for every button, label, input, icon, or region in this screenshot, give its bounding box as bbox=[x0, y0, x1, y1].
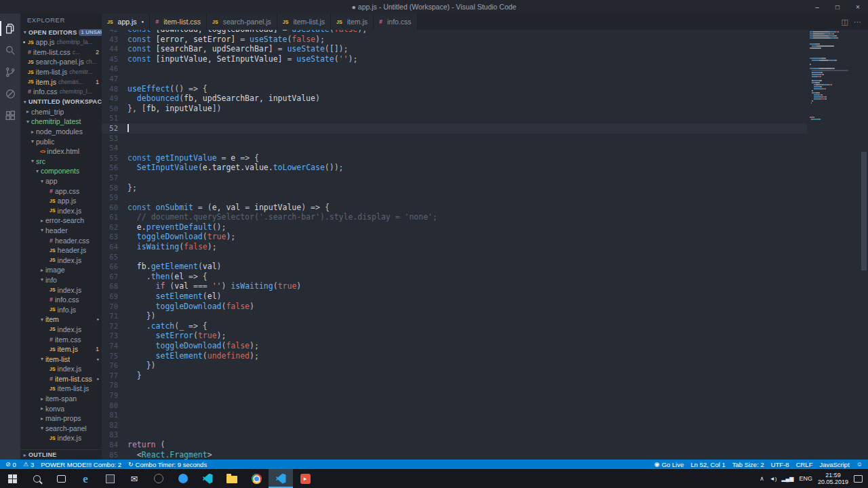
tree-folder[interactable]: ▸node_modules bbox=[20, 127, 102, 137]
tree-folder[interactable]: ▾item● bbox=[20, 314, 102, 325]
code-line[interactable]: 81 bbox=[102, 410, 807, 420]
tree-folder[interactable]: ▸error-search bbox=[20, 216, 102, 226]
tree-folder[interactable]: ▾app bbox=[20, 176, 102, 186]
minimap[interactable] bbox=[807, 30, 860, 460]
tab-search-panel.js[interactable]: JSsearch-panel.js bbox=[207, 14, 277, 30]
split-editor-icon[interactable]: ◫ bbox=[842, 18, 848, 26]
code-line[interactable]: 53 bbox=[102, 134, 807, 144]
code-line[interactable]: 58}; bbox=[102, 183, 807, 193]
code-line[interactable]: 64 isWaiting(false); bbox=[102, 242, 807, 252]
tree-folder[interactable]: ▾chemitrip_latest bbox=[20, 117, 102, 127]
code-line[interactable]: 83 bbox=[102, 430, 807, 440]
taskbar-file-explorer-button[interactable] bbox=[220, 469, 244, 488]
taskbar-mail-button[interactable]: ✉ bbox=[122, 469, 146, 488]
tree-file[interactable]: JSapp.js bbox=[20, 196, 102, 206]
status-problems-errors[interactable]: ⊘0 bbox=[5, 461, 16, 468]
tree-file[interactable]: #app.css bbox=[20, 186, 102, 196]
status-cursor-position[interactable]: Ln 52, Col 1 bbox=[690, 461, 725, 468]
language-indicator[interactable]: ENG bbox=[799, 475, 812, 482]
taskbar-code-insiders-button[interactable] bbox=[195, 469, 220, 488]
tree-folder[interactable]: ▸chemi_trip bbox=[20, 107, 102, 117]
tree-file[interactable]: #info.css bbox=[20, 295, 102, 305]
restore-button[interactable]: □ bbox=[827, 0, 848, 14]
open-editors-header[interactable]: ▾ OPEN EDITORS 1 UNSAVED bbox=[20, 27, 102, 37]
code-line[interactable]: 63 toggleDownload(true); bbox=[102, 232, 807, 242]
code-line[interactable]: 74 toggleDownload(false); bbox=[102, 341, 807, 351]
code-line[interactable]: 75 setElement(undefined); bbox=[102, 351, 807, 361]
tab-item-list.js[interactable]: JSitem-list.js bbox=[277, 14, 331, 30]
tree-file[interactable]: JSinfo.js bbox=[20, 304, 102, 314]
tree-folder[interactable]: ▾search-panel bbox=[20, 424, 102, 434]
code-line[interactable]: 56 SetInputValue(e.target.value.toLowerC… bbox=[102, 163, 807, 173]
tree-file[interactable]: JSindex.js bbox=[20, 433, 102, 443]
taskbar-clock[interactable]: 21:59 20.05.2019 bbox=[818, 472, 848, 485]
code-line[interactable]: 71 }) bbox=[102, 311, 807, 321]
tree-folder[interactable]: ▸main-props bbox=[20, 413, 102, 424]
code-line[interactable]: 69 setElement(el) bbox=[102, 291, 807, 302]
code-line[interactable]: 70 toggleDownload(false) bbox=[102, 302, 807, 312]
more-actions-icon[interactable]: ⋯ bbox=[854, 18, 861, 26]
code-line[interactable]: 84return ( bbox=[102, 440, 807, 450]
code-line[interactable]: 46 bbox=[102, 64, 807, 74]
open-editor-item[interactable]: ●JSapp.jschemitrip_la... bbox=[20, 37, 102, 47]
status-power-mode[interactable]: POWER MODE!!! Combo: 2 bbox=[41, 461, 121, 468]
tree-folder[interactable]: ▾src bbox=[20, 157, 102, 167]
taskbar-edge-button[interactable]: e bbox=[73, 469, 98, 488]
code-line[interactable]: 79 bbox=[102, 390, 807, 401]
open-editor-item[interactable]: JSitem.jschemitri...1 bbox=[20, 77, 102, 87]
code-line[interactable]: 73 setError(true); bbox=[102, 331, 807, 341]
code-line[interactable]: 48useEffect(() => { bbox=[102, 84, 807, 94]
tree-file[interactable]: #item-list.css● bbox=[20, 374, 102, 384]
tree-file[interactable]: #item.css bbox=[20, 334, 102, 344]
taskbar-start-button[interactable] bbox=[0, 469, 24, 488]
tree-file[interactable]: JSindex.js bbox=[20, 325, 102, 335]
taskbar-media-player-button[interactable]: ▸ bbox=[293, 469, 317, 488]
activity-source-control-icon[interactable] bbox=[0, 61, 20, 83]
code-line[interactable]: 44const [searchBar, updSearchBar] = useS… bbox=[102, 44, 807, 54]
status-feedback-smiley[interactable]: ☺ bbox=[856, 461, 863, 468]
tree-file[interactable]: #header.css bbox=[20, 235, 102, 245]
code-line[interactable]: 80 bbox=[102, 401, 807, 411]
code-line[interactable]: 82 bbox=[102, 420, 807, 430]
tab-item-list.css[interactable]: #item-list.css bbox=[150, 14, 207, 30]
workspace-header[interactable]: ▾ UNTITLED (WORKSPACE) bbox=[20, 97, 102, 107]
code-line[interactable]: 54 bbox=[102, 143, 807, 153]
tree-folder[interactable]: ▾public bbox=[20, 136, 102, 146]
tree-file[interactable]: JSitem.js1 bbox=[20, 344, 102, 354]
code-line[interactable]: 65 bbox=[102, 252, 807, 262]
activity-debug-icon[interactable] bbox=[0, 83, 20, 104]
status-go-live[interactable]: ◉Go Live bbox=[654, 461, 684, 468]
tree-file[interactable]: JSitem-list.js bbox=[20, 384, 102, 394]
scrollbar-thumb[interactable] bbox=[861, 152, 867, 270]
tree-folder[interactable]: ▸konva bbox=[20, 403, 102, 413]
open-editor-item[interactable]: JSitem-list.jschemitr... bbox=[20, 67, 102, 77]
status-language-mode[interactable]: JavaScript bbox=[819, 461, 849, 468]
code-line[interactable]: 59 bbox=[102, 192, 807, 203]
status-eol[interactable]: CRLF bbox=[796, 461, 813, 468]
tree-folder[interactable]: ▾components bbox=[20, 166, 102, 176]
code-line[interactable]: 52 bbox=[102, 123, 807, 134]
code-line[interactable]: 62 e.preventDefault(); bbox=[102, 222, 807, 232]
tree-folder[interactable]: ▾item-list● bbox=[20, 354, 102, 364]
code-line[interactable]: 57 bbox=[102, 173, 807, 183]
code-line[interactable]: 76 }) bbox=[102, 361, 807, 371]
tree-folder[interactable]: ▾info bbox=[20, 275, 102, 285]
code-line[interactable]: 68 if (val === '') isWaiting(true) bbox=[102, 281, 807, 291]
notification-center-icon[interactable] bbox=[854, 475, 863, 483]
taskbar-task-view-button[interactable] bbox=[49, 469, 73, 488]
open-editor-item[interactable]: #info.csschemitrip_l... bbox=[20, 87, 102, 97]
outline-header[interactable]: ▸ OUTLINE bbox=[20, 449, 102, 460]
tree-file[interactable]: JSindex.js bbox=[20, 206, 102, 216]
editor-scrollbar[interactable] bbox=[860, 30, 868, 460]
tree-file[interactable]: JSindex.js bbox=[20, 255, 102, 265]
status-encoding[interactable]: UTF-8 bbox=[771, 461, 789, 468]
tree-file[interactable]: JSindex.js bbox=[20, 364, 102, 374]
activity-extensions-icon[interactable] bbox=[0, 104, 20, 126]
code-line[interactable]: 85 <React.Fragment> bbox=[102, 450, 807, 460]
code-line[interactable]: 72 .catch(_ => { bbox=[102, 321, 807, 331]
code-line[interactable]: 49 debounced(fb, updSearchBar, inputValu… bbox=[102, 94, 807, 104]
code-line[interactable]: 42const [download, toggleDownload] = use… bbox=[102, 30, 807, 35]
close-button[interactable]: × bbox=[848, 0, 868, 14]
code-line[interactable]: 43const [error, setError] = useState(fal… bbox=[102, 35, 807, 45]
open-editor-item[interactable]: #item-list.cssc...2 bbox=[20, 47, 102, 58]
